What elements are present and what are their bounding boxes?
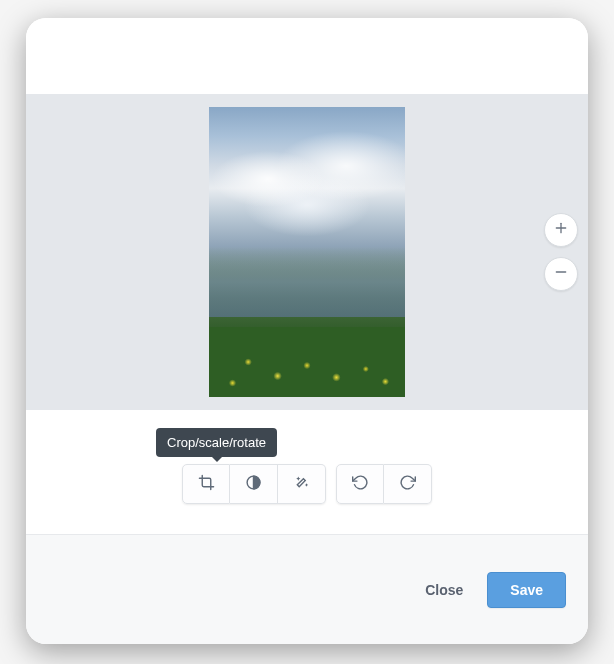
image-layer-flowers [209,327,405,397]
image-canvas-area [26,94,588,410]
magic-wand-icon [293,474,310,495]
crop-tool-button[interactable] [182,464,230,504]
undo-icon [352,474,369,495]
tool-groups [182,464,432,504]
plus-icon [553,220,569,240]
undo-button[interactable] [336,464,384,504]
adjust-tool-button[interactable] [230,464,278,504]
tool-group-rotate [336,464,432,504]
effects-tool-button[interactable] [278,464,326,504]
zoom-out-button[interactable] [544,257,578,291]
modal-header-spacer [26,18,588,94]
image-preview[interactable] [209,107,405,397]
redo-icon [399,474,416,495]
close-button[interactable]: Close [407,572,481,608]
image-layer-clouds [209,127,405,257]
zoom-controls [544,213,578,291]
crop-icon [198,474,215,495]
redo-button[interactable] [384,464,432,504]
contrast-icon [245,474,262,495]
save-button[interactable]: Save [487,572,566,608]
crop-tool-tooltip: Crop/scale/rotate [156,428,277,457]
image-layer-mountains [209,247,405,317]
modal-footer: Close Save [26,535,588,644]
zoom-in-button[interactable] [544,213,578,247]
minus-icon [553,264,569,284]
tool-group-primary [182,464,326,504]
image-editor-modal: Crop/scale/rotate [26,18,588,644]
editor-toolbar-area: Crop/scale/rotate [26,410,588,534]
